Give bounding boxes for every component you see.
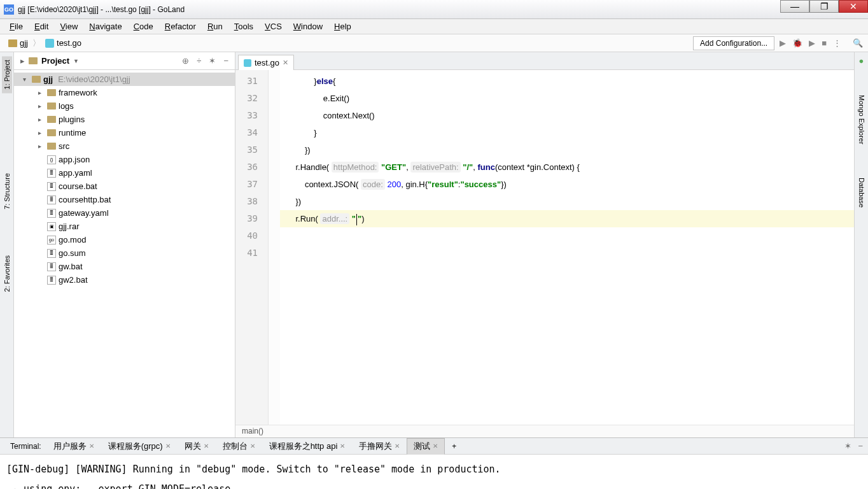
tree-label: gw2.bat xyxy=(59,275,88,285)
search-icon[interactable]: 🔍 xyxy=(853,38,863,48)
tree-item[interactable]: ▸logs xyxy=(14,99,235,113)
folder-icon xyxy=(8,39,17,47)
close-tab-icon[interactable]: ✕ xyxy=(204,443,209,450)
expand-icon[interactable]: ▸ xyxy=(38,89,45,96)
close-tab-icon[interactable]: ✕ xyxy=(165,443,171,450)
close-tab-icon[interactable]: ✕ xyxy=(250,443,255,450)
tree-item[interactable]: ▸plugins xyxy=(14,113,235,126)
terminal-tab[interactable]: 网关✕ xyxy=(178,438,216,455)
folder-icon xyxy=(47,103,56,110)
tree-item[interactable]: {}app.json xyxy=(14,153,235,166)
tree-item[interactable]: ▣gjj.rar xyxy=(14,220,235,233)
breadcrumb[interactable]: main() xyxy=(235,425,854,437)
terminal-tab[interactable]: 用户服务✕ xyxy=(46,438,101,455)
tree-item[interactable]: ▸src xyxy=(14,139,235,153)
menu-code[interactable]: Code xyxy=(128,20,159,32)
side-tab[interactable]: 2: Favorites xyxy=(2,252,12,295)
tree-item[interactable]: ≣gateway.yaml xyxy=(14,206,235,220)
tree-root[interactable]: ▾ gjj E:\video\2020\jt1\gjj xyxy=(14,73,235,86)
expand-icon[interactable]: ▸ xyxy=(38,129,45,136)
file-icon: ≣ xyxy=(47,209,56,218)
editor-area: test.go ✕ 31 32 33 34 35 36 37 38 39 40 … xyxy=(235,52,854,437)
add-configuration-button[interactable]: Add Configuration... xyxy=(693,36,774,50)
minimize-button[interactable]: — xyxy=(780,0,809,13)
menu-edit[interactable]: Edit xyxy=(29,20,54,32)
tree-label: logs xyxy=(59,101,74,111)
tree-label: plugins xyxy=(59,115,85,124)
code-editor[interactable]: 31 32 33 34 35 36 37 38 39 40 41 }else{ … xyxy=(235,70,854,425)
menu-run[interactable]: Run xyxy=(202,20,228,32)
terminal-tab[interactable]: 测试✕ xyxy=(407,438,445,455)
tree-label: go.sum xyxy=(59,248,86,258)
close-tab-icon[interactable]: ✕ xyxy=(433,443,438,450)
terminal-tab[interactable]: 课程服务之http api✕ xyxy=(262,438,353,455)
project-tree[interactable]: ▾ gjj E:\video\2020\jt1\gjj ▸framework▸l… xyxy=(14,70,235,437)
terminal-output[interactable]: [GIN-debug] [WARNING] Running in "debug"… xyxy=(0,455,868,489)
debug-icon[interactable]: 🐞 xyxy=(792,38,802,48)
menu-file[interactable]: File xyxy=(4,20,29,32)
side-tab[interactable]: 7: Structure xyxy=(2,169,12,213)
terminal-tab[interactable]: 控制台✕ xyxy=(216,438,262,455)
expand-icon[interactable]: ▸ xyxy=(38,103,45,110)
file-icon: ≣ xyxy=(47,276,56,285)
tool-icon[interactable]: ÷ xyxy=(197,56,201,66)
fold-column[interactable] xyxy=(269,70,280,425)
add-terminal-button[interactable]: + xyxy=(445,439,463,453)
more-icon[interactable]: ⋮ xyxy=(833,38,841,48)
tree-item[interactable]: ≣gw2.bat xyxy=(14,273,235,287)
menu-refactor[interactable]: Refactor xyxy=(159,20,202,32)
terminal-tab[interactable]: 课程服务(grpc)✕ xyxy=(101,438,178,455)
close-button[interactable]: ✕ xyxy=(839,0,868,13)
tool-icon[interactable]: − xyxy=(223,56,228,66)
menu-view[interactable]: View xyxy=(54,20,83,32)
menu-navigate[interactable]: Navigate xyxy=(83,20,127,32)
maximize-button[interactable]: ❐ xyxy=(809,0,839,13)
coverage-icon[interactable]: ▶ xyxy=(809,38,815,48)
tree-item[interactable]: gogo.mod xyxy=(14,233,235,246)
go-file-icon xyxy=(244,59,251,67)
tree-item[interactable]: ≣go.sum xyxy=(14,246,235,260)
menu-help[interactable]: Help xyxy=(328,20,357,32)
status-dot-icon: ● xyxy=(859,56,864,66)
settings-icon[interactable]: ✶ xyxy=(844,441,851,451)
tree-item[interactable]: ≣gw.bat xyxy=(14,260,235,273)
project-header: ▸ Project ▼ ⊕÷✶− xyxy=(14,52,235,70)
menu-window[interactable]: Window xyxy=(288,20,328,32)
project-dropdown-icon[interactable]: ▸ xyxy=(20,56,25,66)
menu-tools[interactable]: Tools xyxy=(228,20,259,32)
tree-item[interactable]: ≣coursehttp.bat xyxy=(14,193,235,206)
editor-tab[interactable]: test.go ✕ xyxy=(238,55,294,70)
breadcrumb-item[interactable]: gjj xyxy=(5,37,31,49)
breadcrumb-item[interactable]: test.go xyxy=(42,37,85,49)
hide-icon[interactable]: − xyxy=(858,441,863,451)
stop-icon[interactable]: ■ xyxy=(822,38,827,48)
file-icon: ≣ xyxy=(47,169,56,178)
dropdown-icon[interactable]: ▼ xyxy=(73,58,79,64)
tree-item[interactable]: ▸runtime xyxy=(14,126,235,139)
go-file-icon xyxy=(45,39,54,48)
menu-vcs[interactable]: VCS xyxy=(259,20,288,32)
terminal-tab-label: 网关 xyxy=(185,441,201,452)
expand-icon[interactable]: ▾ xyxy=(23,76,29,83)
tool-icon[interactable]: ✶ xyxy=(209,56,216,66)
project-tool-tab[interactable]: 1: Project xyxy=(2,56,12,93)
tree-label: framework xyxy=(59,88,97,97)
menubar: FileEditViewNavigateCodeRefactorRunTools… xyxy=(0,19,868,34)
tree-item[interactable]: ≣course.bat xyxy=(14,180,235,193)
close-tab-icon[interactable]: ✕ xyxy=(340,443,345,450)
run-icon[interactable]: ▶ xyxy=(780,38,786,48)
close-tab-icon[interactable]: ✕ xyxy=(89,443,94,450)
mongo-explorer-tab[interactable]: Mongo Explorer xyxy=(857,91,867,148)
folder-icon xyxy=(47,143,56,150)
expand-icon[interactable]: ▸ xyxy=(38,143,45,150)
tree-item[interactable]: ▸framework xyxy=(14,86,235,99)
terminal-tab-label: 测试 xyxy=(414,441,430,452)
database-tab[interactable]: Database xyxy=(857,174,867,211)
close-tab-icon[interactable]: ✕ xyxy=(283,59,288,67)
expand-icon[interactable]: ▸ xyxy=(38,116,45,123)
close-tab-icon[interactable]: ✕ xyxy=(395,443,400,450)
tool-icon[interactable]: ⊕ xyxy=(182,56,189,66)
terminal-tab[interactable]: 手撸网关✕ xyxy=(352,438,407,455)
tree-item[interactable]: ≣app.yaml xyxy=(14,166,235,180)
code-content[interactable]: }else{ e.Exit() context.Next() } }) r.Ha… xyxy=(280,70,854,425)
